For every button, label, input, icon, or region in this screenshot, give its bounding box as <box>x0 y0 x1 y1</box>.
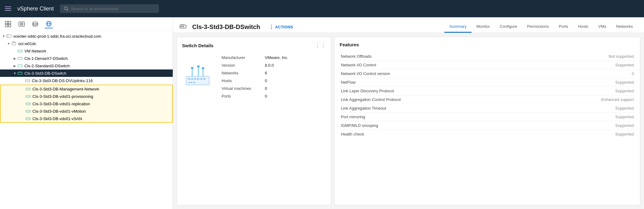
tab-permissions[interactable]: Permissions <box>522 21 554 33</box>
features-title: Features <box>340 42 359 47</box>
svg-rect-71 <box>203 78 205 80</box>
tree-item-provisioning[interactable]: ▶ Cls-3-Std3-DB-vds01-provisioning <box>1 93 172 100</box>
field-vms-value: 0 <box>262 85 326 92</box>
tree-item-replication[interactable]: ▶ Cls-3-Std3-DB-vds01-replication <box>1 100 172 107</box>
provisioning-label: Cls-3-Std3-DB-vds01-provisioning <box>32 94 93 99</box>
tree-arrow-vcenter[interactable] <box>1 34 6 39</box>
search-input[interactable] <box>71 6 151 11</box>
tree-arrow-cls1[interactable] <box>12 56 17 61</box>
storage-icon[interactable] <box>31 20 40 28</box>
svg-rect-67 <box>191 78 193 80</box>
field-vms-label: Virtual machines <box>219 85 262 92</box>
field-networks-value: 6 <box>262 69 326 77</box>
svg-point-51 <box>27 111 27 112</box>
switch-detail-row: Networks 6 <box>219 69 326 77</box>
actions-dots-icon: ⋮ <box>269 24 274 30</box>
tree-item-mgmt[interactable]: ▶ Cls-3-Std3-DB-Management-Network <box>1 85 172 93</box>
tree-item-cls2[interactable]: Cls-2-Standard3-DSwitch <box>0 62 173 69</box>
dvuplinks-label: Cls-3-Std3-DB-DS-DVUplinks-116 <box>32 78 93 83</box>
feature-row: Port mirroring Supported <box>340 113 635 121</box>
tab-ports[interactable]: Ports <box>554 21 573 33</box>
highlighted-portgroups: ▶ Cls-3-Std3-DB-Management-Network ▶ Cls… <box>0 85 173 123</box>
tree-item-cls3[interactable]: Cls-3-Std3-DB-DSwitch <box>0 69 173 77</box>
feature-row: Network I/O Control version 3 <box>340 69 635 78</box>
feature-value: Supported <box>517 113 635 121</box>
svg-point-19 <box>19 51 19 52</box>
svg-rect-80 <box>202 67 204 69</box>
svg-point-10 <box>33 22 38 24</box>
svg-rect-70 <box>200 78 202 80</box>
tree-item-vcenter[interactable]: vcenter-sddc-prod-1.sddc.fra.oci.oraclec… <box>0 32 173 40</box>
tab-summary[interactable]: Summary <box>444 21 472 33</box>
switch-illustration <box>182 65 213 89</box>
switch-visual: Manufacturer VMware, Inc. Version 8.0.0 … <box>182 54 326 100</box>
svg-rect-68 <box>194 78 196 80</box>
tab-hosts[interactable]: Hosts <box>573 21 593 33</box>
app-brand: vSphere Client <box>17 6 54 12</box>
dvuplinks-icon <box>25 78 30 83</box>
search-bar[interactable] <box>60 4 159 13</box>
feature-value: 3 <box>517 69 635 78</box>
tree-item-vm-network[interactable]: ▶ VM Network <box>0 47 173 55</box>
feature-label: Link Aggregation Control Protocol <box>340 95 517 104</box>
switch-detail-row: Virtual machines 0 <box>219 85 326 92</box>
main-layout: vcenter-sddc-prod-1.sddc.fra.oci.oraclec… <box>0 17 644 209</box>
field-manufacturer-value: VMware, Inc. <box>262 54 326 61</box>
panel-menu-icon[interactable]: ⋮⋮ <box>315 42 326 49</box>
svg-point-74 <box>193 82 195 83</box>
dswitch3-icon <box>17 70 23 76</box>
svg-rect-30 <box>18 72 22 74</box>
sidebar-collapse-handle[interactable]: ‹ <box>173 17 173 209</box>
feature-row: Link Aggregation Control Protocol Enhanc… <box>340 95 635 104</box>
feature-value: Supported <box>517 121 635 130</box>
tree-arrow-oci[interactable] <box>6 41 11 46</box>
svg-rect-65 <box>186 76 209 85</box>
actions-button[interactable]: ⋮ ACTIONS <box>266 23 296 31</box>
tree-item-vsan[interactable]: ▶ Cls-3-Std3-DB-vds01-vSAN <box>1 115 172 122</box>
svg-point-20 <box>20 51 20 52</box>
svg-point-64 <box>183 26 184 27</box>
switch-detail-row: Version 8.0.0 <box>219 61 326 69</box>
feature-value: Supported <box>517 104 635 113</box>
layout-icon[interactable] <box>4 20 12 28</box>
svg-rect-3 <box>8 21 11 24</box>
tab-networks[interactable]: Networks <box>611 21 638 33</box>
network-icon[interactable] <box>44 20 53 28</box>
feature-label: Port mirroring <box>340 113 517 121</box>
svg-rect-66 <box>188 78 190 80</box>
svg-line-1 <box>67 10 68 11</box>
tree-arrow-cls3[interactable] <box>12 71 17 76</box>
svg-rect-14 <box>7 35 11 38</box>
svg-point-73 <box>191 82 192 83</box>
replication-label: Cls-3-Std3-DB-vds01-replication <box>32 102 90 106</box>
tree: vcenter-sddc-prod-1.sddc.fra.oci.oraclec… <box>0 31 173 124</box>
svg-point-47 <box>27 104 27 104</box>
svg-point-48 <box>28 104 28 104</box>
tab-configure[interactable]: Configure <box>495 21 522 33</box>
svg-rect-69 <box>197 78 199 80</box>
switch-details-header: Switch Details ⋮⋮ <box>182 42 326 49</box>
tree-item-oci[interactable]: oci-w01dc <box>0 40 173 47</box>
cls1-label: Cls-1-DenseX7-DSwitch <box>24 56 68 61</box>
tab-vms[interactable]: VMs <box>593 21 611 33</box>
svg-rect-78 <box>191 67 193 69</box>
feature-label: Network I/O Control <box>340 61 517 69</box>
field-ports-value: 0 <box>262 92 326 100</box>
switch-detail-row: Ports 0 <box>219 92 326 100</box>
tree-item-cls1[interactable]: Cls-1-DenseX7-DSwitch <box>0 55 173 62</box>
vm-list-icon[interactable] <box>17 20 26 28</box>
switch-details-table: Manufacturer VMware, Inc. Version 8.0.0 … <box>219 54 326 100</box>
feature-row: Network Offloads Not supported <box>340 52 635 61</box>
tree-arrow-cls2[interactable] <box>12 63 17 68</box>
menu-icon[interactable] <box>5 6 11 11</box>
feature-row: Link Layer Discovery Protocol Supported <box>340 87 635 95</box>
tree-item-vmotion[interactable]: ▶ Cls-3-Std3-DB-vds01-vMotion <box>1 107 172 115</box>
search-icon <box>64 6 69 11</box>
vsan-label: Cls-3-Std3-DB-vds01-vSAN <box>32 116 82 121</box>
svg-point-53 <box>29 111 30 112</box>
features-table: Network Offloads Not supported Network I… <box>340 52 635 138</box>
tree-item-dvuplinks[interactable]: ▶ Cls-3-Std3-DB-DS-DVUplinks-116 <box>0 77 173 84</box>
dswitch2-icon <box>17 63 23 69</box>
content-header: Cls-3-Std3-DB-DSwitch ⋮ ACTIONS Summary … <box>173 17 644 33</box>
tab-monitor[interactable]: Monitor <box>472 21 495 33</box>
